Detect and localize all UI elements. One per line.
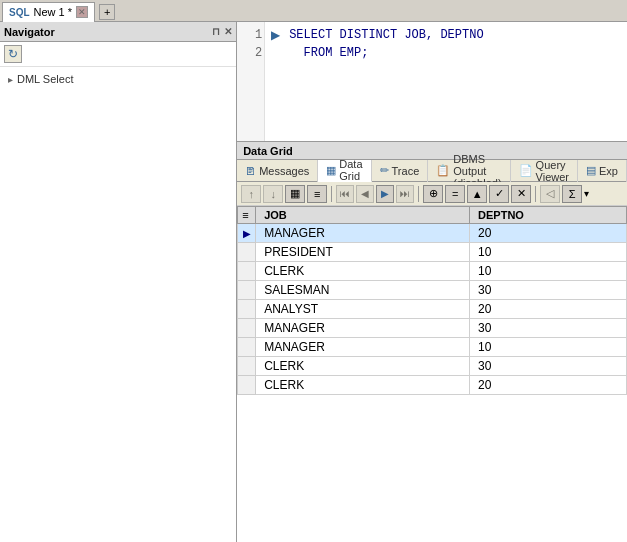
grid-col-marker: ≡ (238, 207, 256, 224)
qv-tab-label: Query Viewer (536, 159, 569, 183)
table-row[interactable]: CLERK20 (238, 376, 627, 395)
row-marker (238, 281, 256, 300)
dbms-tab-icon: 📋 (436, 164, 450, 177)
grid-view-icon: ▦ (290, 187, 300, 200)
code-line-1: SELECT DISTINCT JOB, DEPTNO (289, 26, 623, 44)
editor-content: 1 2 ▶ SELECT DISTINCT JOB, DEPTNO FROM E… (237, 22, 627, 141)
undo-btn[interactable]: ◁ (540, 185, 560, 203)
commit-icon: ✓ (495, 187, 504, 200)
add-row-btn[interactable]: ⊕ (423, 185, 443, 203)
sum-btn[interactable]: Σ (562, 185, 582, 203)
main-layout: Navigator ⊓ ✕ ↻ ▸ DML Select 1 2 (0, 22, 627, 542)
grid-col-deptno[interactable]: DEPTNO (470, 207, 627, 224)
table-row[interactable]: PRESIDENT10 (238, 243, 627, 262)
table-row[interactable]: MANAGER10 (238, 338, 627, 357)
grid-col-job[interactable]: JOB (256, 207, 470, 224)
line-numbers: 1 2 (237, 22, 265, 141)
results-tab-messages[interactable]: 🖹 Messages (237, 160, 318, 182)
line-num-1: 1 (239, 26, 262, 44)
results-area: Data Grid 🖹 Messages ▦ Data Grid ✏ Trace… (237, 142, 627, 542)
results-tab-exp[interactable]: ▤ Exp (578, 160, 627, 182)
results-header: Data Grid (237, 142, 627, 160)
row-marker (238, 357, 256, 376)
tab-close-btn[interactable]: ✕ (76, 6, 88, 18)
navigator-toolbar: ↻ (0, 42, 236, 67)
results-tab-datagrid[interactable]: ▦ Data Grid (318, 160, 371, 182)
add-row-icon: ⊕ (429, 187, 438, 200)
row-marker (238, 300, 256, 319)
refresh-btn[interactable]: ↻ (4, 45, 22, 63)
grid-table: ≡ JOB DEPTNO ▶MANAGER20PRESIDENT10CLERK1… (237, 206, 627, 395)
exp-tab-label: Exp (599, 165, 618, 177)
dock-icon[interactable]: ⊓ (212, 26, 220, 37)
commit-btn[interactable]: ✓ (489, 185, 509, 203)
results-tab-trace[interactable]: ✏ Trace (372, 160, 429, 182)
sigma-extra: ▾ (584, 188, 589, 199)
tree-item-dml-select[interactable]: ▸ DML Select (8, 71, 228, 87)
import-icon: ↓ (270, 188, 276, 200)
edit-row-btn[interactable]: = (445, 185, 465, 203)
row-job: PRESIDENT (256, 243, 470, 262)
datagrid-tab-label: Data Grid (339, 158, 362, 182)
nav-first-btn[interactable]: ⏮ (336, 185, 354, 203)
navigator-title: Navigator (4, 26, 55, 38)
code-keyword-select: SELECT DISTINCT JOB, DEPTNO (289, 28, 483, 42)
row-marker (238, 262, 256, 281)
code-area[interactable]: SELECT DISTINCT JOB, DEPTNO FROM EMP; (285, 22, 627, 141)
row-job: MANAGER (256, 319, 470, 338)
row-job: MANAGER (256, 224, 470, 243)
table-row[interactable]: MANAGER30 (238, 319, 627, 338)
export-btn[interactable]: ↑ (241, 185, 261, 203)
nav-first-icon: ⏮ (340, 188, 350, 199)
results-header-label: Data Grid (243, 145, 293, 157)
nav-last-btn[interactable]: ⏭ (396, 185, 414, 203)
table-row[interactable]: ▶MANAGER20 (238, 224, 627, 243)
cancel-row-btn[interactable]: ✕ (511, 185, 531, 203)
row-arrow: ▶ (243, 228, 251, 239)
form-view-btn[interactable]: ≡ (307, 185, 327, 203)
data-grid[interactable]: ≡ JOB DEPTNO ▶MANAGER20PRESIDENT10CLERK1… (237, 206, 627, 542)
row-deptno: 30 (470, 281, 627, 300)
row-job: ANALYST (256, 300, 470, 319)
results-tab-queryviewer[interactable]: 📄 Query Viewer (511, 160, 578, 182)
editor-panel: 1 2 ▶ SELECT DISTINCT JOB, DEPTNO FROM E… (237, 22, 627, 542)
table-row[interactable]: CLERK10 (238, 262, 627, 281)
export-icon: ↑ (248, 188, 254, 200)
cancel-row-icon: ✕ (517, 187, 526, 200)
close-navigator-icon[interactable]: ✕ (224, 26, 232, 37)
run-arrow[interactable]: ▶ (271, 26, 280, 44)
row-deptno: 20 (470, 376, 627, 395)
row-job: CLERK (256, 357, 470, 376)
move-up-btn[interactable]: ▲ (467, 185, 487, 203)
tab-add-btn[interactable]: + (99, 4, 115, 20)
sql-tab-icon: SQL (9, 7, 30, 18)
results-toolbar: ↑ ↓ ▦ ≡ ⏮ ◀ ▶ (237, 182, 627, 206)
toolbar-sep-1 (331, 186, 332, 202)
table-row[interactable]: CLERK30 (238, 357, 627, 376)
tab-new1-label: New 1 * (34, 6, 73, 18)
messages-tab-icon: 🖹 (245, 165, 256, 177)
tab-bar: SQL New 1 * ✕ + (0, 0, 627, 22)
table-row[interactable]: ANALYST20 (238, 300, 627, 319)
form-view-icon: ≡ (314, 188, 320, 200)
row-deptno: 10 (470, 243, 627, 262)
nav-play-btn[interactable]: ▶ (376, 185, 394, 203)
navigator-header-icons: ⊓ ✕ (212, 26, 232, 37)
line-num-2: 2 (239, 44, 262, 62)
row-deptno: 10 (470, 338, 627, 357)
row-marker: ▶ (238, 224, 256, 243)
grid-view-btn[interactable]: ▦ (285, 185, 305, 203)
row-job: CLERK (256, 376, 470, 395)
table-row[interactable]: SALESMAN30 (238, 281, 627, 300)
sql-editor-area: 1 2 ▶ SELECT DISTINCT JOB, DEPTNO FROM E… (237, 22, 627, 142)
grid-header-row: ≡ JOB DEPTNO (238, 207, 627, 224)
results-tab-dbms[interactable]: 📋 DBMS Output (disabled) (428, 160, 510, 182)
messages-tab-label: Messages (259, 165, 309, 177)
nav-prev-btn[interactable]: ◀ (356, 185, 374, 203)
nav-last-icon: ⏭ (400, 188, 410, 199)
tab-new1[interactable]: SQL New 1 * ✕ (2, 2, 95, 22)
toolbar-sep-3 (535, 186, 536, 202)
row-deptno: 20 (470, 224, 627, 243)
trace-tab-icon: ✏ (380, 164, 389, 177)
import-btn[interactable]: ↓ (263, 185, 283, 203)
